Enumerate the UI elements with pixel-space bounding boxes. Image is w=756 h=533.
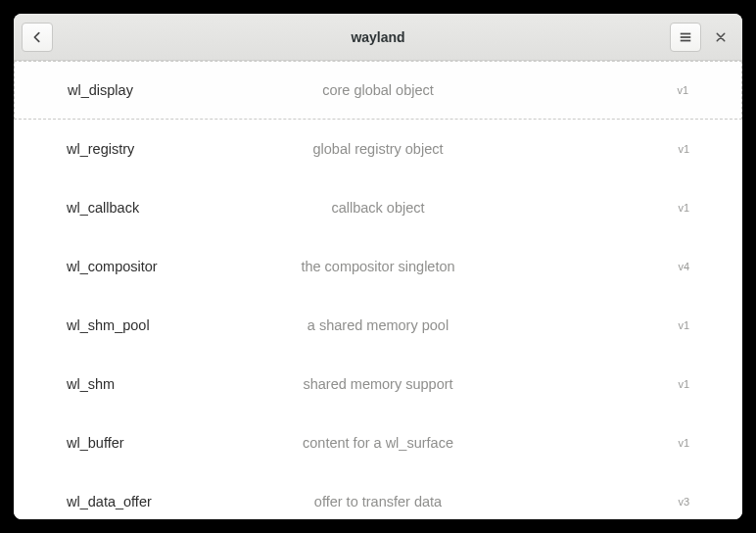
interface-description: core global object [322, 82, 434, 98]
interface-description: global registry object [313, 141, 444, 157]
headerbar-left [22, 23, 53, 52]
close-button[interactable] [707, 24, 734, 51]
interface-description: content for a wl_surface [303, 435, 453, 451]
list-item[interactable]: wl_compositorthe compositor singletonv4 [14, 237, 742, 296]
hamburger-icon [679, 30, 692, 44]
svg-rect-2 [681, 39, 691, 41]
interface-version: v1 [678, 437, 689, 449]
list-item[interactable]: wl_callbackcallback objectv1 [14, 178, 742, 237]
close-icon [715, 31, 727, 43]
interface-name: wl_callback [67, 200, 139, 216]
interface-name: wl_shm_pool [67, 317, 150, 333]
svg-rect-0 [681, 32, 691, 34]
headerbar: wayland [14, 14, 742, 61]
page-title: wayland [14, 29, 742, 45]
interface-name: wl_shm [67, 376, 115, 392]
list-item[interactable]: wl_registryglobal registry objectv1 [14, 120, 742, 178]
list-item[interactable]: wl_data_offeroffer to transfer datav3 [14, 472, 742, 519]
interface-version: v4 [678, 261, 689, 272]
list-item[interactable]: wl_shm_poola shared memory poolv1 [14, 296, 742, 355]
interface-version: v1 [678, 319, 689, 331]
interface-list[interactable]: wl_displaycore global objectv1wl_registr… [14, 61, 742, 519]
interface-version: v1 [678, 378, 689, 390]
interface-version: v3 [678, 496, 689, 508]
interface-name: wl_display [68, 82, 133, 98]
list-item[interactable]: wl_shmshared memory supportv1 [14, 355, 742, 413]
list-item[interactable]: wl_displaycore global objectv1 [14, 61, 742, 120]
svg-rect-1 [681, 36, 691, 38]
list-item[interactable]: wl_buffercontent for a wl_surfacev1 [14, 413, 742, 472]
interface-description: a shared memory pool [307, 317, 449, 333]
chevron-left-icon [30, 30, 44, 44]
headerbar-right [670, 23, 734, 52]
interface-version: v1 [677, 84, 688, 96]
menu-button[interactable] [670, 23, 701, 52]
interface-version: v1 [678, 202, 689, 214]
interface-description: callback object [331, 200, 424, 216]
interface-name: wl_registry [67, 141, 134, 157]
interface-name: wl_buffer [67, 435, 124, 451]
window: wayland wl_displaycore [14, 14, 742, 519]
back-button[interactable] [22, 23, 53, 52]
interface-description: offer to transfer data [314, 494, 442, 509]
interface-description: shared memory support [303, 376, 452, 392]
interface-name: wl_compositor [67, 259, 158, 274]
interface-version: v1 [678, 143, 689, 155]
interface-description: the compositor singleton [301, 259, 454, 274]
interface-name: wl_data_offer [67, 494, 152, 509]
